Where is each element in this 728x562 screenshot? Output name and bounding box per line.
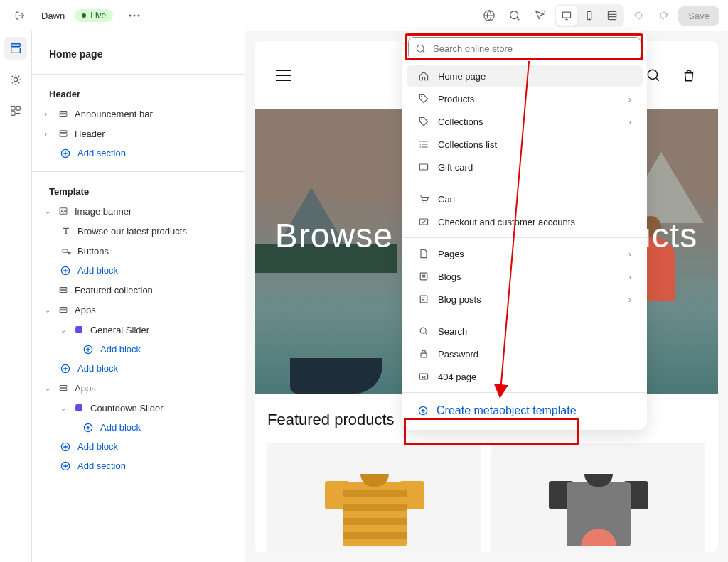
add-block-link[interactable]: Add block: [32, 418, 245, 437]
add-link-label: Add block: [77, 265, 118, 276]
option-label: Products: [438, 94, 474, 104]
tree-label: Buttons: [77, 246, 109, 256]
browse-products-block[interactable]: Browse our latest products: [32, 221, 245, 241]
template-option[interactable]: Search: [407, 320, 643, 342]
countdown-slider-item[interactable]: ⌄Countdown Slider: [32, 398, 245, 418]
svg-rect-13: [11, 112, 15, 115]
home-icon: [418, 70, 429, 82]
add-link-label: Add block: [100, 422, 141, 433]
template-option[interactable]: Pages›: [407, 242, 643, 265]
exit-editor-button[interactable]: [9, 4, 31, 27]
image-icon: [58, 205, 69, 217]
sections-rail-button[interactable]: [4, 37, 27, 60]
buttons-block[interactable]: Buttons: [32, 241, 245, 261]
option-label: Home page: [438, 71, 486, 82]
button-icon: [60, 245, 72, 256]
image-banner-item[interactable]: ⌄Image banner: [32, 201, 245, 221]
svg-point-38: [421, 96, 422, 97]
add-block-link[interactable]: Add block: [32, 261, 245, 280]
product-card[interactable]: [491, 443, 705, 552]
add-link-label: Add block: [77, 363, 118, 374]
section-icon: [58, 128, 69, 139]
featured-collection-item[interactable]: ›Featured collection: [32, 280, 245, 300]
bag-icon[interactable]: [681, 67, 697, 83]
search-icon-button[interactable]: [503, 4, 526, 27]
product-card[interactable]: [267, 443, 481, 552]
option-label: Cart: [438, 194, 456, 205]
svg-rect-25: [60, 308, 67, 310]
add-link-label: Add block: [100, 344, 141, 355]
mobile-viewport-button[interactable]: [579, 6, 600, 26]
svg-point-1: [134, 15, 136, 17]
chevron-right-icon: ›: [628, 117, 631, 127]
template-option[interactable]: Products›: [407, 87, 643, 110]
apps-rail-button[interactable]: [4, 99, 27, 122]
desktop-viewport-button[interactable]: [556, 6, 577, 26]
svg-rect-26: [60, 310, 67, 313]
search-icon: [415, 43, 427, 55]
svg-rect-16: [60, 131, 67, 133]
svg-rect-5: [563, 12, 571, 18]
undo-button[interactable]: [627, 4, 650, 27]
save-button: Save: [678, 6, 719, 26]
create-link-label: Create metaobject template: [437, 404, 577, 417]
live-badge: Live: [75, 9, 113, 22]
inspector-icon[interactable]: [529, 4, 552, 27]
hamburger-icon[interactable]: [276, 70, 291, 81]
create-metaobject-link[interactable]: Create metaobject template: [407, 397, 643, 424]
svg-rect-45: [420, 296, 427, 303]
chevron-right-icon: ›: [628, 271, 631, 282]
add-block-link[interactable]: Add block: [32, 340, 245, 359]
chevron-right-icon: ›: [628, 94, 631, 104]
search-input[interactable]: [408, 37, 641, 60]
template-option[interactable]: Collections list: [407, 133, 643, 156]
option-label: 404 page: [438, 372, 476, 382]
template-option[interactable]: Blog posts›: [407, 288, 643, 310]
template-group-label: Template: [32, 182, 245, 201]
template-option[interactable]: Blogs›: [407, 265, 643, 288]
apps-item-2[interactable]: ⌄Apps: [32, 378, 245, 398]
header-item[interactable]: ›Header: [32, 124, 245, 144]
option-label: Collections: [438, 117, 483, 127]
theme-name: Dawn: [41, 11, 65, 21]
page-title[interactable]: Home page: [32, 48, 245, 74]
tree-label: Countdown Slider: [90, 403, 164, 414]
option-label: Collections list: [438, 139, 497, 150]
chevron-right-icon: ›: [628, 249, 631, 259]
template-option[interactable]: 404 page: [407, 365, 643, 388]
svg-point-2: [138, 15, 140, 17]
tree-label: Apps: [75, 305, 96, 315]
svg-point-20: [62, 210, 63, 211]
svg-rect-8: [11, 44, 21, 47]
template-option[interactable]: Password: [407, 342, 643, 365]
apps-item-1[interactable]: ⌄Apps: [32, 300, 245, 320]
search-icon: [418, 325, 429, 337]
announcement-bar-item[interactable]: ›Announcement bar: [32, 104, 245, 124]
template-option[interactable]: Collections›: [407, 110, 643, 133]
svg-rect-7: [609, 11, 616, 19]
404-icon: [418, 371, 429, 382]
template-option[interactable]: Cart: [407, 188, 643, 210]
template-option[interactable]: Home page: [407, 65, 643, 87]
add-block-link[interactable]: Add block: [32, 437, 245, 456]
globe-icon[interactable]: [478, 4, 500, 27]
template-option[interactable]: Checkout and customer accounts: [407, 210, 643, 233]
general-slider-item[interactable]: ⌄General Slider: [32, 320, 245, 340]
svg-rect-48: [419, 374, 427, 379]
redo-button[interactable]: [653, 4, 675, 27]
add-section-link[interactable]: Add section: [32, 144, 245, 163]
svg-point-0: [129, 15, 132, 17]
checkout-icon: [418, 216, 429, 227]
template-option[interactable]: Gift card: [407, 156, 643, 178]
add-link-label: Add block: [77, 441, 118, 452]
settings-rail-button[interactable]: [4, 68, 27, 91]
add-block-link[interactable]: Add block: [32, 359, 245, 378]
svg-rect-17: [60, 134, 67, 136]
add-section-link[interactable]: Add section: [32, 456, 245, 475]
more-actions-button[interactable]: [123, 4, 146, 27]
search-icon[interactable]: [646, 67, 661, 83]
lock-icon: [418, 348, 429, 360]
svg-rect-15: [60, 114, 67, 117]
header-group-label: Header: [32, 85, 245, 104]
fullscreen-viewport-button[interactable]: [601, 6, 623, 26]
